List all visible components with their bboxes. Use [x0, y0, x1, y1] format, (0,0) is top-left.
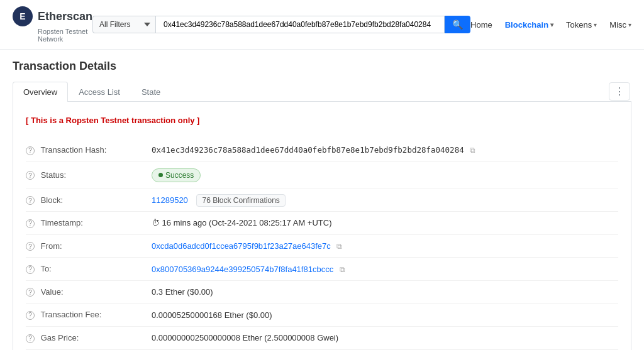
- from-address-link[interactable]: 0xcda0d6adcd0f1ccea6795f9b1f23a27ae643fe…: [152, 241, 331, 251]
- timestamp-value: ⏱ 16 mins ago (Oct-24-2021 08:25:17 AM +…: [152, 212, 618, 235]
- misc-caret-icon: ▾: [628, 21, 631, 28]
- copy-icon[interactable]: ⧉: [336, 242, 342, 251]
- network-label: Ropsten Testnet Network: [38, 28, 92, 43]
- tabs: Overview Access List State ⋮: [13, 82, 631, 102]
- table-row: ? To: 0x800705369a9244e399250574b7f8fa41…: [26, 258, 618, 281]
- success-dot-icon: [158, 173, 163, 177]
- from-value: 0xcda0d6adcd0f1ccea6795f9b1f23a27ae643fe…: [152, 234, 618, 258]
- page: Transaction Details Overview Access List…: [0, 50, 644, 350]
- tx-fee-label: ? Transaction Fee:: [26, 304, 152, 327]
- page-title: Transaction Details: [13, 60, 631, 73]
- testnet-alert: [ This is a Ropsten Testnet transaction …: [26, 112, 618, 129]
- alert-bold: Testnet: [101, 116, 129, 125]
- status-badge: Success: [152, 168, 201, 182]
- help-icon[interactable]: ?: [26, 196, 35, 205]
- logo: E Etherscan: [13, 6, 92, 26]
- table-row: ? Block: 11289520 76 Block Confirmations: [26, 189, 618, 212]
- tab-overview[interactable]: Overview: [13, 82, 68, 102]
- table-row: ? Gas Price: 0.000000002500000008 Ether …: [26, 326, 618, 349]
- etherscan-logo-icon: E: [13, 6, 33, 26]
- help-icon[interactable]: ?: [26, 146, 35, 155]
- search-area: All Filters Addresses Tokens 🔍: [92, 16, 470, 33]
- block-link[interactable]: 11289520: [152, 195, 188, 205]
- logo-text: Etherscan: [38, 10, 92, 23]
- nav-tokens[interactable]: Tokens ▾: [566, 20, 597, 30]
- nav-blockchain[interactable]: Blockchain ▾: [505, 20, 553, 30]
- nav-misc[interactable]: Misc ▾: [609, 20, 631, 30]
- timestamp-label: ? Timestamp:: [26, 212, 152, 235]
- table-row: ? Timestamp: ⏱ 16 mins ago (Oct-24-2021 …: [26, 212, 618, 235]
- tx-hash-label: ? Transaction Hash:: [26, 139, 152, 161]
- nav-home[interactable]: Home: [470, 20, 492, 30]
- block-label: ? Block:: [26, 189, 152, 212]
- help-icon[interactable]: ?: [26, 265, 35, 274]
- search-button[interactable]: 🔍: [445, 16, 470, 33]
- to-value: 0x800705369a9244e399250574b7f8fa41f81cbc…: [152, 258, 618, 281]
- search-input[interactable]: [155, 16, 445, 33]
- value-label: ? Value:: [26, 280, 152, 304]
- copy-icon[interactable]: ⧉: [470, 146, 475, 155]
- help-icon[interactable]: ?: [26, 242, 35, 251]
- tab-more-button[interactable]: ⋮: [609, 82, 630, 101]
- to-address-link[interactable]: 0x800705369a9244e399250574b7f8fa41f81cbc…: [152, 265, 333, 274]
- tx-fee-value: 0.00005250000168 Ether ($0.00): [152, 304, 618, 327]
- blockchain-caret-icon: ▾: [550, 21, 553, 28]
- nav-area: Home Blockchain ▾ Tokens ▾ Misc ▾ Ropste…: [470, 18, 644, 31]
- tokens-caret-icon: ▾: [594, 21, 597, 28]
- alert-prefix: [ This is a Ropsten: [26, 116, 101, 125]
- logo-area: E Etherscan Ropsten Testnet Network: [13, 6, 92, 43]
- gas-price-value: 0.000000002500000008 Ether (2.500000008 …: [152, 326, 618, 349]
- help-icon[interactable]: ?: [26, 334, 35, 343]
- tx-hash-value: 0x41ec3d49236c78a588ad1dee67dd40a0febfb8…: [152, 139, 618, 161]
- table-row: ? From: 0xcda0d6adcd0f1ccea6795f9b1f23a2…: [26, 234, 618, 258]
- tab-access-list[interactable]: Access List: [68, 82, 131, 102]
- alert-suffix: transaction only ]: [129, 116, 199, 125]
- table-row: ? Status: Success: [26, 161, 618, 189]
- help-icon[interactable]: ?: [26, 171, 35, 180]
- help-icon[interactable]: ?: [26, 219, 35, 228]
- gas-price-label: ? Gas Price:: [26, 326, 152, 349]
- detail-table: ? Transaction Hash: 0x41ec3d49236c78a588…: [26, 139, 618, 350]
- value-value: 0.3 Ether ($0.00): [152, 280, 618, 304]
- from-label: ? From:: [26, 234, 152, 258]
- copy-icon[interactable]: ⧉: [340, 265, 345, 274]
- content-card: [ This is a Ropsten Testnet transaction …: [13, 102, 631, 350]
- help-icon[interactable]: ?: [26, 311, 35, 320]
- header: E Etherscan Ropsten Testnet Network All …: [0, 0, 644, 50]
- status-value: Success: [152, 161, 618, 189]
- help-icon[interactable]: ?: [26, 288, 35, 297]
- filter-select[interactable]: All Filters Addresses Tokens: [92, 16, 155, 33]
- confirmations-badge: 76 Block Confirmations: [196, 194, 285, 207]
- table-row: ? Value: 0.3 Ether ($0.00): [26, 280, 618, 304]
- table-row: ? Transaction Fee: 0.00005250000168 Ethe…: [26, 304, 618, 327]
- block-value: 11289520 76 Block Confirmations: [152, 189, 618, 212]
- status-label: ? Status:: [26, 161, 152, 189]
- to-label: ? To:: [26, 258, 152, 281]
- table-row: ? Transaction Hash: 0x41ec3d49236c78a588…: [26, 139, 618, 161]
- tab-state[interactable]: State: [131, 82, 171, 102]
